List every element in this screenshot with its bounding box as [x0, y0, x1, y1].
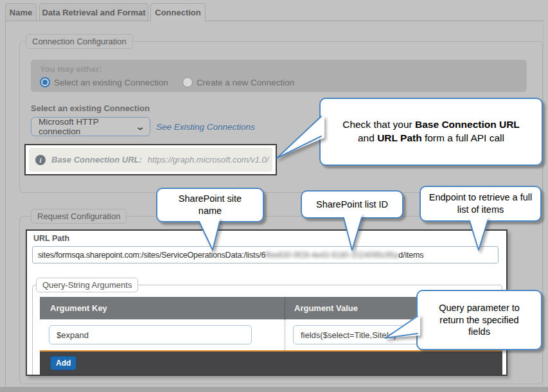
connection-tab-page: Name Data Retrieval and Format Connectio…	[0, 0, 548, 392]
tab-connection[interactable]: Connection	[150, 3, 206, 21]
callout-query-param: Query parameter to return the specified …	[416, 290, 542, 350]
argument-key-input[interactable]: $expand	[49, 325, 252, 344]
see-existing-connections-link[interactable]: See Existing Connections	[156, 122, 255, 132]
url-path-prefix: sites/formsqa.sharepoint.com:/sites/Serv…	[38, 251, 265, 260]
callout-api-line2-bold: URL Path	[377, 132, 421, 143]
callout-api-line2-pre: and	[358, 132, 377, 143]
callout-list-id-text: SharePoint list ID	[316, 199, 388, 211]
callout-query-param-text: Query parameter to return the specified …	[428, 302, 531, 338]
tab-connection-label: Connection	[155, 8, 201, 17]
callout-list-id: SharePoint list ID	[301, 190, 403, 218]
callout-site-name: SharePoint site name	[156, 188, 264, 222]
base-connection-url-label: Base Connection URL:	[51, 155, 142, 165]
info-icon: i	[35, 155, 46, 165]
url-path-redacted-guid: ffee630-9f28-4e43-9180-1024095c95a	[265, 251, 398, 260]
choice-title: You may either:	[40, 64, 102, 74]
connection-choice-box: You may either: Select an existing Conne…	[31, 60, 527, 92]
callout-endpoint: Endpoint to retrieve a full list of item…	[420, 186, 542, 222]
select-existing-connection-label: Select an existing Connection	[31, 103, 150, 113]
callout-api-line2-post: form a full API call	[422, 132, 504, 143]
base-connection-url-highlight: i Base Connection URL: https://graph.mic…	[24, 144, 277, 175]
bottom-strip	[0, 387, 548, 392]
callout-endpoint-text: Endpoint to retrieve a full list of item…	[426, 192, 535, 215]
url-path-label: URL Path	[33, 234, 69, 243]
callout-site-name-text: SharePoint site name	[168, 193, 252, 217]
base-connection-url-value: https://graph.microsoft.com/v1.0/	[148, 155, 269, 165]
url-path-suffix: d/items	[398, 251, 423, 260]
add-button[interactable]: Add	[50, 356, 76, 370]
tab-name-label: Name	[10, 8, 32, 17]
radio-selected-icon[interactable]	[40, 77, 50, 87]
callout-api-line1-pre: Check that your	[342, 119, 415, 130]
request-configuration-legend: Request Configuration	[31, 209, 127, 224]
url-path-input[interactable]: sites/formsqa.sharepoint.com:/sites/Serv…	[32, 246, 499, 263]
radio-create-new-label: Create a new Connection	[197, 78, 294, 87]
radio-select-existing-connection[interactable]: Select an existing Connection	[40, 77, 168, 87]
tab-data-retrieval-and-format[interactable]: Data Retrieval and Format	[39, 3, 148, 21]
tab-name[interactable]: Name	[5, 3, 37, 21]
connection-select-value: Microsoft HTTP connection	[39, 117, 137, 136]
column-header-argument-key: Argument Key	[40, 297, 285, 319]
radio-unselected-icon[interactable]	[182, 77, 193, 87]
table-footer-bar: Add	[40, 352, 502, 375]
chevron-down-icon: ⌄	[136, 122, 145, 132]
tab-drf-label: Data Retrieval and Format	[42, 8, 145, 17]
radio-create-new-connection[interactable]: Create a new Connection	[182, 77, 294, 87]
base-connection-url-infobox: i Base Connection URL: https://graph.mic…	[29, 148, 272, 172]
callout-api-call: Check that your Base Connection URL and …	[319, 98, 543, 166]
radio-select-existing-label: Select an existing Connection	[54, 78, 168, 87]
callout-api-line1-bold: Base Connection URL	[415, 119, 520, 130]
connection-select[interactable]: Microsoft HTTP connection ⌄	[31, 117, 150, 136]
query-string-arguments-legend: Query-String Arguments	[36, 278, 138, 292]
connection-configuration-legend: Connection Configuration	[26, 34, 133, 49]
